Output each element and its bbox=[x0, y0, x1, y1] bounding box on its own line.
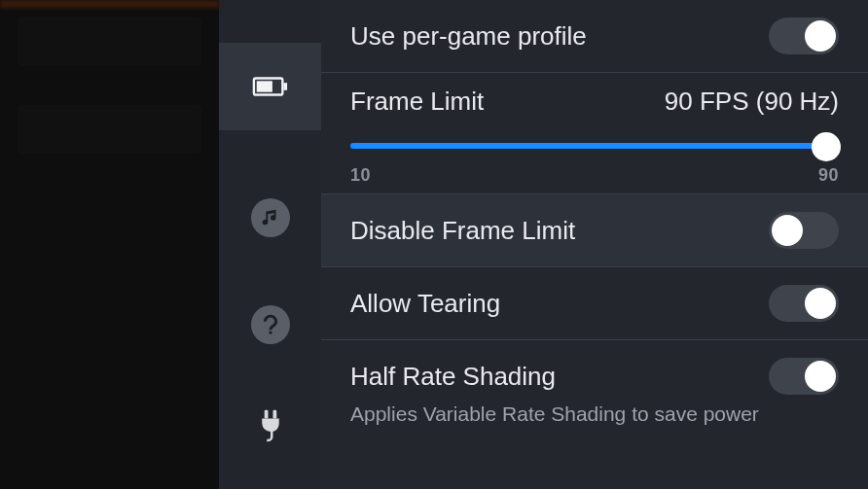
sidebar-item-audio[interactable] bbox=[219, 198, 321, 237]
slider-handle[interactable] bbox=[812, 132, 841, 161]
per-game-profile-toggle[interactable] bbox=[769, 17, 839, 54]
sidebar-item-power[interactable] bbox=[219, 412, 321, 439]
sidebar-item-help[interactable] bbox=[219, 305, 321, 344]
quick-settings-sidebar bbox=[219, 0, 321, 489]
per-game-profile-label: Use per-game profile bbox=[350, 21, 587, 52]
setting-per-game-profile[interactable]: Use per-game profile bbox=[321, 0, 868, 73]
half-rate-shading-toggle[interactable] bbox=[769, 358, 839, 395]
half-rate-shading-description: Applies Variable Rate Shading to save po… bbox=[321, 402, 868, 439]
battery-icon bbox=[252, 73, 289, 100]
slider-max-label: 90 bbox=[818, 165, 839, 186]
disable-frame-limit-toggle[interactable] bbox=[769, 212, 839, 249]
svg-rect-3 bbox=[264, 410, 268, 419]
plug-icon bbox=[252, 412, 289, 439]
background-blur bbox=[0, 0, 219, 489]
help-icon bbox=[251, 305, 290, 344]
slider-min-label: 10 bbox=[350, 165, 371, 186]
sidebar-item-performance[interactable] bbox=[219, 43, 321, 130]
disable-frame-limit-label: Disable Frame Limit bbox=[350, 216, 575, 246]
setting-disable-frame-limit[interactable]: Disable Frame Limit bbox=[321, 194, 868, 267]
performance-settings-panel: Use per-game profile Frame Limit 90 FPS … bbox=[321, 0, 868, 489]
frame-limit-value: 90 FPS (90 Hz) bbox=[665, 87, 839, 117]
half-rate-shading-label: Half Rate Shading bbox=[350, 362, 556, 392]
setting-allow-tearing[interactable]: Allow Tearing bbox=[321, 267, 868, 340]
setting-half-rate-shading[interactable]: Half Rate Shading Applies Variable Rate … bbox=[321, 340, 868, 439]
allow-tearing-label: Allow Tearing bbox=[350, 289, 500, 319]
setting-frame-limit-header: Frame Limit 90 FPS (90 Hz) bbox=[321, 73, 868, 122]
allow-tearing-toggle[interactable] bbox=[769, 285, 839, 322]
svg-rect-2 bbox=[256, 81, 271, 91]
frame-limit-slider-block: 10 90 bbox=[321, 122, 868, 194]
frame-limit-slider[interactable] bbox=[350, 132, 839, 159]
svg-rect-1 bbox=[283, 83, 287, 90]
svg-rect-4 bbox=[272, 410, 276, 419]
music-icon bbox=[251, 198, 290, 237]
frame-limit-label: Frame Limit bbox=[350, 87, 484, 117]
